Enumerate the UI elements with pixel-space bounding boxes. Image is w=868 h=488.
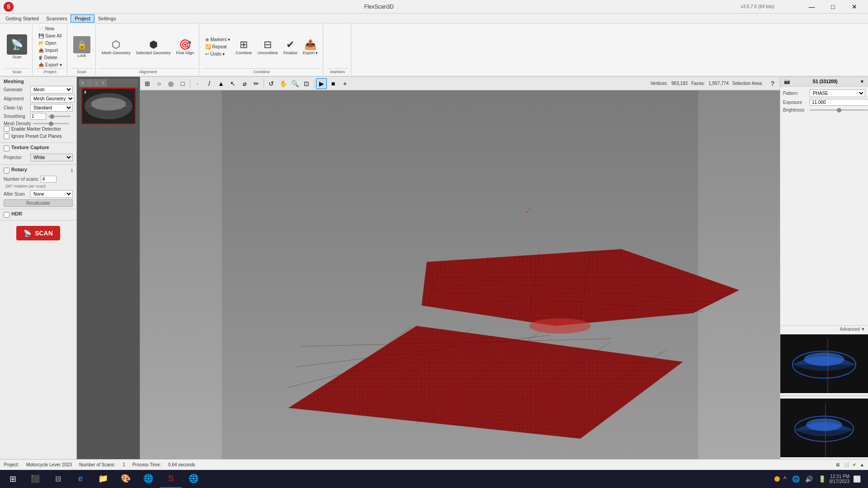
recalculate-button[interactable]: Recalculate: [4, 199, 73, 207]
scan-mode-button[interactable]: 📡 Scan: [5, 33, 29, 61]
vp-vertex-btn[interactable]: ·: [192, 78, 203, 89]
taskbar-app-explorer[interactable]: 📁: [92, 470, 114, 488]
taskbar-app-flexscan[interactable]: S: [160, 470, 182, 488]
smoothing-input[interactable]: [30, 113, 46, 120]
new-button[interactable]: 📄 New: [36, 25, 64, 32]
smoothing-slider[interactable]: [48, 116, 71, 117]
export-button[interactable]: 📤 Export ▾: [36, 61, 64, 68]
vp-face-btn[interactable]: ▲: [216, 78, 226, 89]
delete-icon: 🗑: [38, 55, 43, 60]
repeat-button[interactable]: 🔁 Repeat: [203, 43, 232, 50]
projector-select[interactable]: White Color: [30, 154, 73, 161]
maximize-button[interactable]: □: [823, 0, 843, 14]
advanced-button[interactable]: Advanced ▼: [780, 325, 868, 333]
mesh-geometry-button[interactable]: ⬡ Mesh Geometry: [99, 38, 133, 56]
tray-battery-icon[interactable]: 🔋: [816, 474, 828, 484]
vp-fit-btn[interactable]: ⊡: [301, 78, 312, 89]
enable-marker-checkbox[interactable]: [4, 126, 9, 132]
after-scan-label: After Scan: [4, 192, 28, 197]
panel-divider: [780, 395, 868, 397]
ignore-preset-row[interactable]: Ignore Preset Cut Planes: [4, 133, 73, 139]
selected-geometry-button[interactable]: ⬢ Selected Geometry: [134, 38, 173, 56]
ignore-preset-checkbox[interactable]: [4, 133, 9, 139]
menu-settings[interactable]: Settings: [94, 15, 120, 22]
toolbar-group-alignment: ⬡ Mesh Geometry ⬢ Selected Geometry 🎯 Fi…: [97, 24, 200, 75]
menu-getting-started[interactable]: Getting Started: [2, 15, 42, 22]
scan-button-label: Scan: [12, 55, 22, 59]
finalize-button[interactable]: ✔ Finalize: [281, 38, 300, 56]
import-button[interactable]: 📥 Import: [36, 47, 64, 54]
scan-sort-desc-icon[interactable]: ↓: [94, 80, 99, 86]
tray-up-icon[interactable]: ^: [782, 474, 788, 484]
delete-button[interactable]: 🗑 Delete: [36, 54, 64, 61]
vp-zoom-btn[interactable]: 🔍: [289, 78, 300, 89]
alignment-select[interactable]: Mesh Geometry Point Cloud None: [30, 95, 75, 103]
taskbar-app-edge[interactable]: e: [70, 470, 91, 488]
lock-button[interactable]: 🔒 Lock: [71, 35, 93, 59]
taskbar-app-search[interactable]: ⬛: [24, 470, 46, 488]
hdr-checkbox[interactable]: [4, 212, 9, 218]
minimize-button[interactable]: —: [802, 0, 822, 14]
cam-svg-2: [780, 399, 868, 457]
tray-sound-icon[interactable]: 🔊: [803, 474, 815, 484]
exposure-input[interactable]: [810, 99, 868, 106]
rotary-checkbox[interactable]: [4, 168, 9, 174]
scan-add-icon[interactable]: +: [100, 80, 107, 86]
texture-header[interactable]: Texture Capture: [4, 145, 73, 152]
vp-box-btn[interactable]: □: [177, 78, 188, 89]
undo-button[interactable]: ↩ Undo ▾: [203, 51, 232, 57]
vp-sphere-btn[interactable]: ○: [154, 78, 165, 89]
save-all-button[interactable]: 💾 Save All: [36, 33, 64, 39]
tray-notification-icon[interactable]: ⬜: [851, 474, 863, 484]
app-logo[interactable]: S: [4, 2, 14, 12]
vp-lasso-btn[interactable]: ⌀: [239, 78, 250, 89]
viewport-3d[interactable]: [140, 90, 780, 459]
menu-scanners[interactable]: Scanners: [42, 15, 71, 22]
undo-icon: ↩: [205, 52, 209, 56]
scan-list-icon[interactable]: ≡: [80, 80, 86, 86]
menu-project[interactable]: Project: [71, 14, 94, 23]
uncombine-button[interactable]: ⊟ Uncombine: [255, 38, 280, 56]
vp-rotate-btn[interactable]: ↺: [266, 78, 277, 89]
vp-select-btn[interactable]: ↖: [227, 78, 238, 89]
taskbar-app-paint[interactable]: 🎨: [115, 470, 137, 488]
open-button[interactable]: 📂 Open: [36, 40, 64, 47]
vp-edge-btn[interactable]: /: [204, 78, 215, 89]
titlebar: S FlexScan3D v3.5.7.6 (64 bits) — □ ✕: [0, 0, 868, 14]
texture-capture-title: Texture Capture: [11, 145, 49, 150]
vp-stop-btn[interactable]: ■: [328, 78, 339, 89]
vp-paint-btn[interactable]: ✏: [251, 78, 262, 89]
fine-align-button[interactable]: 🎯 Fine Align: [174, 38, 197, 56]
vp-torus-btn[interactable]: ◎: [165, 78, 176, 89]
combine-button[interactable]: ⊞ Combine: [233, 38, 254, 56]
project-group-label: Project: [36, 68, 64, 74]
mesh-density-slider[interactable]: [33, 123, 69, 124]
taskbar-app-chrome2[interactable]: 🌐: [183, 470, 204, 488]
scan-big-button[interactable]: 📡 SCAN: [16, 226, 60, 240]
scan-sort-asc-icon[interactable]: ↑: [87, 80, 93, 86]
markers-button[interactable]: ⊕ Markers ▾: [203, 36, 232, 43]
scan-thumbnail-1[interactable]: 3 3: [81, 88, 136, 124]
brightness-slider[interactable]: [810, 109, 868, 111]
cleanup-select[interactable]: Standard None Deep: [30, 104, 73, 112]
vp-grid-btn[interactable]: ⊞: [142, 78, 153, 89]
pattern-select[interactable]: PHASE CODED BINARY: [810, 89, 865, 97]
vp-help-btn[interactable]: ?: [767, 78, 778, 89]
vp-pan-btn[interactable]: ✋: [278, 78, 288, 89]
enable-marker-row[interactable]: Enable Marker Detection: [4, 126, 73, 132]
num-scans-input[interactable]: [41, 176, 57, 183]
generate-select[interactable]: Mesh Point Cloud: [30, 86, 73, 94]
close-button[interactable]: ✕: [844, 0, 864, 14]
vp-play-btn[interactable]: ▶: [316, 78, 327, 89]
start-button[interactable]: ⊞: [2, 470, 24, 488]
after-scan-select[interactable]: None Process: [30, 190, 73, 198]
texture-checkbox[interactable]: [4, 145, 9, 151]
export2-button[interactable]: 📤 Export ▾: [301, 38, 321, 56]
taskbar-app-taskview[interactable]: ⊟: [47, 470, 69, 488]
vp-plus-center-btn[interactable]: +: [340, 78, 350, 89]
taskbar-app-chrome[interactable]: 🌐: [137, 470, 159, 488]
statusbar-icon-2: ⬜: [844, 462, 849, 467]
tray-network-icon[interactable]: 🌐: [790, 474, 802, 484]
rotary-header[interactable]: Rotary ℹ: [4, 167, 73, 174]
toolbar-group-scan: 📡 Scan Scan: [2, 24, 33, 75]
